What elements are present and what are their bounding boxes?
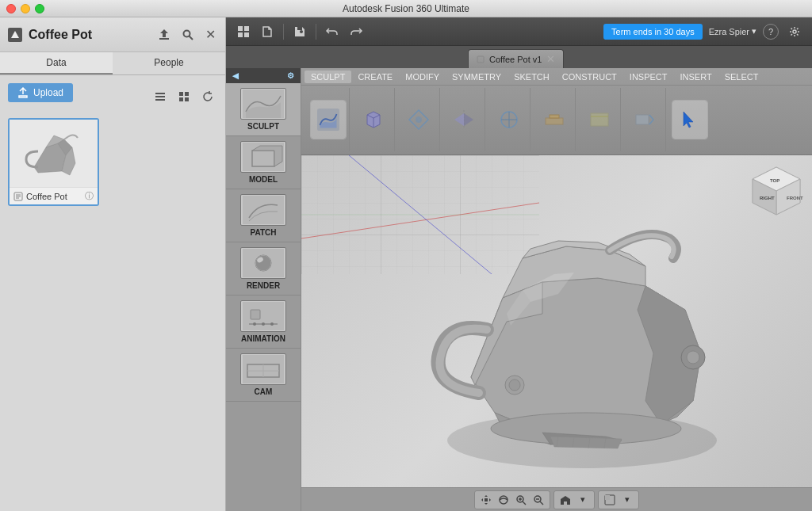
sculpt-mode-icon (317, 109, 339, 131)
tool-sketch[interactable] (492, 101, 527, 139)
zoom-in-icon[interactable] (513, 493, 529, 507)
svg-marker-44 (464, 113, 473, 126)
maximize-button[interactable] (35, 4, 44, 13)
tab-people[interactable]: People (113, 52, 225, 74)
tool-construct[interactable] (537, 101, 572, 139)
mode-patch[interactable]: PATCH (226, 189, 301, 242)
undo-icon[interactable] (323, 22, 342, 41)
help-button[interactable]: ? (763, 24, 779, 40)
mode-cam[interactable]: CAM (226, 349, 301, 402)
tab-label: Coffee Pot v1 (489, 55, 542, 64)
top-bar-right: Term ends in 30 days Ezra Spier ▾ ? (603, 22, 804, 41)
search-icon[interactable] (179, 26, 197, 44)
cam-thumbnail (240, 353, 286, 385)
svg-line-3 (190, 36, 193, 40)
svg-rect-19 (244, 32, 249, 37)
zoom-out-icon[interactable] (530, 493, 546, 507)
separator (283, 24, 284, 40)
tab-close-icon[interactable]: ✕ (546, 54, 555, 64)
tool-group-select (669, 88, 710, 151)
redo-icon[interactable] (347, 22, 366, 41)
file-icon[interactable] (258, 22, 277, 41)
svg-rect-4 (155, 93, 165, 94)
menu-select[interactable]: SELECT (718, 71, 765, 83)
thumbnail-item[interactable]: Coffee Pot ⓘ (8, 118, 99, 206)
menu-modify[interactable]: MODIFY (399, 71, 446, 83)
tool-group-symmetry (443, 88, 485, 151)
sculpt-thumbnail (240, 88, 286, 120)
mode-render[interactable]: RENDER (226, 242, 301, 296)
home-view-icon[interactable] (557, 493, 573, 507)
svg-marker-0 (11, 31, 19, 38)
minimize-button[interactable] (21, 4, 30, 13)
mode-panel-header[interactable]: ◀ ⚙ (226, 68, 301, 83)
mode-sculpt[interactable]: SCULPT (226, 83, 301, 136)
tool-select[interactable] (672, 101, 707, 139)
close-button[interactable] (6, 4, 16, 13)
tool-modify[interactable] (401, 101, 436, 139)
settings-icon[interactable] (785, 22, 804, 41)
display-mode-icon[interactable] (602, 493, 618, 507)
sidebar-content: Upload (0, 75, 225, 511)
3d-model (384, 155, 780, 487)
svg-point-20 (793, 30, 796, 33)
svg-rect-95 (605, 495, 610, 500)
tool-symmetry[interactable] (446, 101, 481, 139)
grid-icon[interactable] (234, 22, 253, 41)
list-view-icon[interactable] (151, 87, 170, 106)
tab-data[interactable]: Data (0, 52, 113, 74)
menu-inspect[interactable]: INSPECT (623, 71, 674, 83)
trial-badge[interactable]: Term ends in 30 days (603, 24, 703, 40)
animation-thumbnail (240, 300, 286, 332)
share-icon[interactable] (155, 26, 173, 44)
upload-label: Upload (33, 87, 63, 98)
menu-create[interactable]: CREATE (351, 71, 399, 83)
inspect-icon (588, 109, 611, 131)
svg-point-67 (687, 351, 699, 364)
thumbnail-label: Coffee Pot ⓘ (10, 187, 98, 204)
info-icon[interactable]: ⓘ (85, 190, 94, 202)
menu-construct[interactable]: CONSTRUCT (556, 71, 623, 83)
orbit-icon[interactable] (496, 493, 511, 507)
separator-2 (316, 24, 316, 40)
user-menu[interactable]: Ezra Spier ▾ (709, 26, 756, 36)
view-cube[interactable]: FRONT RIGHT TOP (749, 163, 804, 219)
dropdown-icon[interactable]: ▾ (575, 493, 591, 507)
settings-dot-icon[interactable]: ⚙ (287, 71, 294, 80)
tool-inspect[interactable] (582, 101, 617, 139)
sidebar-close-icon[interactable]: ✕ (203, 28, 217, 42)
svg-text:RIGHT: RIGHT (760, 196, 775, 200)
menu-symmetry[interactable]: SYMMETRY (446, 71, 508, 83)
upload-button[interactable]: Upload (8, 83, 73, 102)
pan-icon[interactable] (478, 493, 494, 507)
svg-rect-6 (155, 99, 165, 101)
save-icon[interactable] (290, 22, 309, 41)
menu-insert[interactable]: INSERT (674, 71, 718, 83)
grid-view-icon[interactable] (174, 87, 193, 106)
thumbnail-name: Coffee Pot (26, 192, 67, 201)
tool-sculpt-mode[interactable] (311, 101, 346, 139)
sculpt-label: SCULPT (247, 122, 279, 131)
refresh-icon[interactable] (198, 87, 217, 106)
help-icon: ? (768, 27, 773, 36)
viewport[interactable]: FRONT RIGHT TOP (301, 155, 812, 487)
svg-text:TOP: TOP (770, 178, 779, 183)
svg-rect-21 (477, 56, 484, 63)
svg-marker-43 (454, 113, 464, 126)
tool-insert[interactable] (627, 101, 662, 139)
tool-box[interactable] (356, 101, 391, 139)
svg-rect-35 (251, 310, 260, 319)
display-dropdown-icon[interactable]: ▾ (619, 493, 635, 507)
menu-sketch[interactable]: SKETCH (508, 71, 556, 83)
doc-tab[interactable]: Coffee Pot v1 ✕ (468, 49, 564, 68)
tool-group-sketch (488, 88, 530, 151)
svg-rect-10 (185, 97, 189, 101)
menu-sculpt[interactable]: SCULPT (304, 71, 351, 83)
sidebar: Coffee Pot ✕ Data People (0, 17, 226, 511)
patch-thumbnail (240, 194, 286, 226)
mode-model[interactable]: MODEL (226, 136, 301, 189)
tool-group-create (353, 88, 395, 151)
svg-rect-49 (550, 115, 559, 118)
mode-animation[interactable]: ANIMATION (226, 296, 301, 349)
top-bar-left (234, 22, 366, 41)
